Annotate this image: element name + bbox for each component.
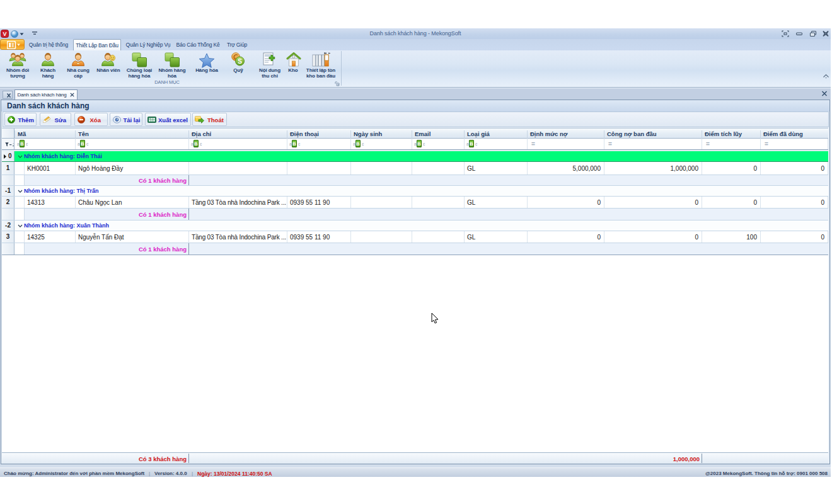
svg-text:S: S — [238, 58, 242, 65]
